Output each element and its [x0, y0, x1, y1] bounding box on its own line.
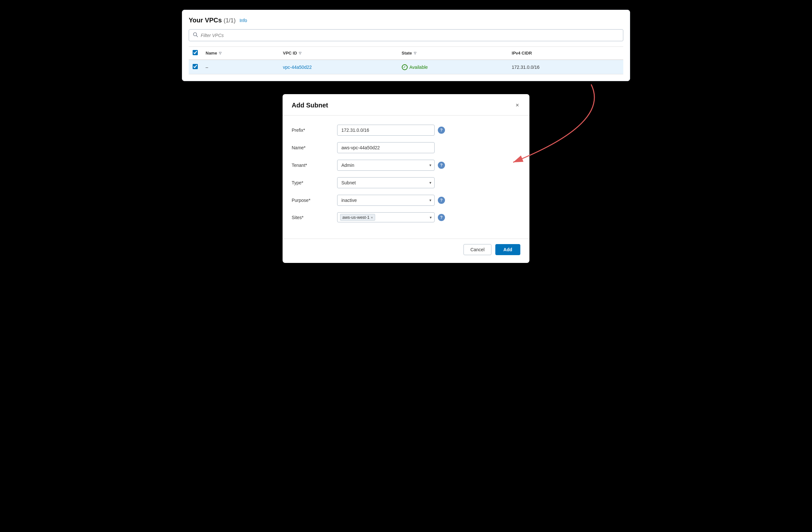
- cancel-button[interactable]: Cancel: [464, 244, 491, 255]
- site-tag-label: aws-us-west-1: [342, 215, 369, 220]
- sites-chevron-icon: ▾: [430, 215, 432, 220]
- col-name-sort-icon: ▽: [219, 51, 221, 55]
- status-text: Available: [409, 64, 428, 70]
- row-state-cell: ✓ Available: [398, 60, 508, 74]
- status-icon: ✓: [402, 64, 408, 70]
- sites-row: Sites* aws-us-west-1 × ▾ ?: [292, 212, 520, 222]
- vpc-header: Your VPCs (1/1) Info: [189, 17, 623, 24]
- tenant-row: Tenant* Admin ▾ ?: [292, 160, 520, 171]
- type-label: Type*: [292, 180, 337, 185]
- modal-close-button[interactable]: ×: [514, 101, 520, 110]
- row-vpcid-cell[interactable]: vpc-44a50d22: [279, 60, 398, 74]
- tenant-control-wrapper: Admin ▾ ?: [337, 160, 520, 171]
- name-input[interactable]: [337, 142, 435, 153]
- modal-overlay: Add Subnet × Prefix* ? Name*: [182, 94, 630, 263]
- vpc-count: (1/1): [223, 17, 235, 24]
- row-name-value: –: [206, 64, 208, 70]
- purpose-row: Purpose* inactive ▾ ?: [292, 195, 520, 206]
- sites-control-wrapper: aws-us-west-1 × ▾ ?: [337, 212, 520, 222]
- prefix-control-wrapper: ?: [337, 124, 520, 136]
- row-name-cell: –: [202, 60, 279, 74]
- purpose-select[interactable]: inactive: [337, 195, 435, 206]
- name-control-wrapper: [337, 142, 520, 153]
- add-subnet-modal: Add Subnet × Prefix* ? Name*: [282, 94, 530, 263]
- modal-body: Prefix* ? Name* Tenant*: [282, 116, 530, 235]
- status-available: ✓ Available: [402, 64, 504, 70]
- col-ipv4-label: IPv4 CIDR: [512, 50, 532, 56]
- tenant-label: Tenant*: [292, 163, 337, 168]
- site-tag-remove-icon[interactable]: ×: [371, 216, 373, 219]
- sites-help-icon[interactable]: ?: [438, 214, 445, 221]
- table-row[interactable]: – vpc-44a50d22 ✓ Available 172.31.0.0/16: [189, 60, 623, 74]
- tenant-help-icon[interactable]: ?: [438, 162, 445, 169]
- name-row: Name*: [292, 142, 520, 153]
- col-header-name[interactable]: Name ▽: [202, 47, 279, 60]
- name-label: Name*: [292, 145, 337, 150]
- table-header-row: Name ▽ VPC ID ▽ State ▽: [189, 47, 623, 60]
- col-vpcid-label: VPC ID: [283, 50, 297, 56]
- col-header-ipv4: IPv4 CIDR: [508, 47, 623, 60]
- vpc-info-link[interactable]: Info: [240, 18, 247, 23]
- type-select-wrapper: Subnet ▾: [337, 177, 435, 188]
- add-button[interactable]: Add: [495, 244, 520, 255]
- type-control-wrapper: Subnet ▾: [337, 177, 520, 188]
- purpose-label: Purpose*: [292, 198, 337, 203]
- site-tag: aws-us-west-1 ×: [340, 214, 375, 221]
- col-header-vpc-id[interactable]: VPC ID ▽: [279, 47, 398, 60]
- vpc-title-text: Your VPCs: [189, 17, 222, 24]
- col-header-state[interactable]: State ▽: [398, 47, 508, 60]
- type-select[interactable]: Subnet: [337, 177, 435, 188]
- vpc-panel-title: Your VPCs (1/1): [189, 17, 235, 24]
- sites-input-wrapper[interactable]: aws-us-west-1 × ▾: [337, 212, 435, 222]
- col-vpcid-sort-icon: ▽: [299, 51, 301, 55]
- modal-footer: Cancel Add: [282, 239, 530, 263]
- row-checkbox[interactable]: [193, 64, 198, 69]
- vpc-table: Name ▽ VPC ID ▽ State ▽: [189, 46, 623, 74]
- svg-line-1: [197, 36, 198, 37]
- prefix-label: Prefix*: [292, 128, 337, 133]
- vpc-id-link[interactable]: vpc-44a50d22: [283, 64, 312, 70]
- search-input[interactable]: [201, 33, 619, 38]
- col-state-sort-icon: ▽: [414, 51, 416, 55]
- modal-title: Add Subnet: [292, 102, 328, 109]
- purpose-help-icon[interactable]: ?: [438, 197, 445, 204]
- col-state-label: State: [402, 50, 412, 56]
- type-row: Type* Subnet ▾: [292, 177, 520, 188]
- prefix-row: Prefix* ?: [292, 124, 520, 136]
- prefix-help-icon[interactable]: ?: [438, 127, 445, 134]
- col-name-label: Name: [206, 50, 217, 56]
- tenant-select[interactable]: Admin: [337, 160, 435, 171]
- row-cidr-cell: 172.31.0.0/16: [508, 60, 623, 74]
- purpose-control-wrapper: inactive ▾ ?: [337, 195, 520, 206]
- row-cidr-value: 172.31.0.0/16: [512, 64, 540, 70]
- search-icon: [193, 32, 198, 38]
- table-header-checkbox[interactable]: [189, 47, 202, 60]
- tenant-select-wrapper: Admin ▾: [337, 160, 435, 171]
- vpc-panel: Your VPCs (1/1) Info: [182, 10, 630, 81]
- search-bar[interactable]: [189, 29, 623, 41]
- sites-label: Sites*: [292, 215, 337, 220]
- select-all-checkbox[interactable]: [193, 50, 198, 55]
- row-checkbox-cell[interactable]: [189, 60, 202, 74]
- purpose-select-wrapper: inactive ▾: [337, 195, 435, 206]
- modal-header: Add Subnet ×: [282, 94, 530, 116]
- prefix-input[interactable]: [337, 124, 435, 136]
